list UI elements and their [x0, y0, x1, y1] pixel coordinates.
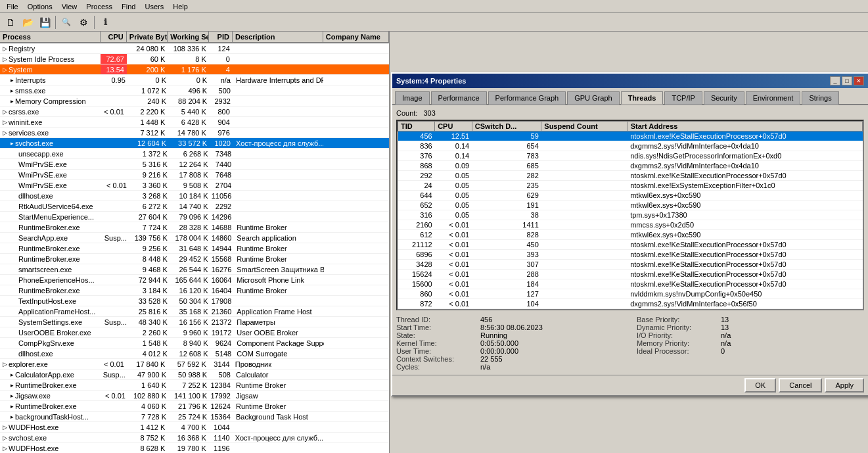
table-row[interactable]: ▸RuntimeBroker.exe4 060 K21 796 K12624Ru…: [0, 401, 389, 412]
thread-row[interactable]: 6440.05629mtkwl6ex.sys+0xc590: [398, 191, 863, 201]
table-row[interactable]: ▷WUDFHost.exe1 412 K4 700 K1044: [0, 422, 389, 433]
thread-row[interactable]: 612< 0.01828mtkwl6ex.sys+0xc590: [398, 230, 863, 240]
expand-icon[interactable]: ▷: [3, 66, 7, 73]
tab-performance[interactable]: Performance: [431, 91, 487, 105]
table-row[interactable]: WmiPrvSE.exe5 316 K12 264 K7440: [0, 159, 389, 170]
menu-file[interactable]: File: [3, 1, 22, 12]
tab-image[interactable]: Image: [395, 91, 430, 105]
table-row[interactable]: CompPkgSrv.exe1 548 K8 940 K9624Componen…: [0, 338, 389, 348]
menu-options[interactable]: Options: [24, 1, 57, 12]
table-row[interactable]: ▸smss.exe1 072 K496 K500: [0, 85, 389, 96]
expand-icon[interactable]: ▷: [3, 424, 7, 431]
toolbar-open[interactable]: 📂: [20, 15, 35, 30]
toolbar-find[interactable]: 🔍: [58, 15, 74, 30]
table-row[interactable]: ▸Jigsaw.exe< 0.01102 880 K141 100 K17992…: [0, 391, 389, 401]
table-row[interactable]: StartMenuExperience...27 604 K79 096 K14…: [0, 212, 389, 222]
threads-col-suspend-count[interactable]: Suspend Count: [541, 122, 628, 131]
tab-environment[interactable]: Environment: [746, 91, 801, 105]
table-row[interactable]: ▷WUDFHost.exe8 628 K19 780 K1196: [0, 443, 389, 453]
menu-help[interactable]: Help: [169, 1, 192, 12]
tab-security[interactable]: Security: [704, 91, 744, 105]
table-row[interactable]: ▸backgroundTaskHost...7 728 K25 724 K153…: [0, 412, 389, 422]
table-row[interactable]: ▷explorer.exe< 0.0117 840 K57 592 K3144П…: [0, 359, 389, 370]
table-row[interactable]: UserOOBE Broker.exe2 260 K9 960 K19172Us…: [0, 327, 389, 338]
th-description[interactable]: Description: [233, 32, 323, 42]
table-row[interactable]: WmiPrvSE.exe9 216 K17 808 K7648: [0, 170, 389, 180]
th-working-set[interactable]: Working Set: [168, 32, 209, 42]
expand-icon[interactable]: ▷: [3, 45, 7, 52]
table-row[interactable]: ▷Registry24 080 K108 336 K124: [0, 43, 389, 54]
dialog-minimize[interactable]: _: [830, 76, 840, 85]
table-row[interactable]: PhoneExperienceHos...72 944 K165 644 K16…: [0, 275, 389, 285]
thread-row[interactable]: 864< 0.0179nvlddmkm.sys!nvDumpConfig+0x5…: [398, 309, 863, 311]
menu-users[interactable]: Users: [141, 1, 168, 12]
table-row[interactable]: RuntimeBroker.exe3 184 K16 120 K16404Run…: [0, 285, 389, 296]
threads-col-cswitch-d...[interactable]: CSwitch D...: [472, 122, 541, 131]
toolbar-new[interactable]: 🗋: [3, 15, 18, 30]
menu-view[interactable]: View: [58, 1, 81, 12]
expand-icon[interactable]: ▸: [11, 414, 14, 420]
tab-tcp/ip[interactable]: TCP/IP: [664, 91, 702, 105]
thread-row[interactable]: 2160< 0.011411mmcss.sys+0x2d50: [398, 220, 863, 230]
thread-row[interactable]: 872< 0.01104dxgmms2.sys!VidMmInterface+0…: [398, 299, 863, 309]
table-row[interactable]: ▸Interrupts0.950 K0 Kn/aHardware Interru…: [0, 75, 389, 85]
expand-icon[interactable]: ▸: [11, 403, 14, 410]
menu-find[interactable]: Find: [118, 1, 139, 12]
table-row[interactable]: ▸Memory Compression240 K88 204 K2932: [0, 96, 389, 107]
thread-row[interactable]: 860< 0.01127nvlddmkm.sys!nvDumpConfig+0x…: [398, 289, 863, 299]
thread-row[interactable]: 240.05235ntoskrnl.exe!ExSystemExceptionF…: [398, 181, 863, 191]
tab-performance-graph[interactable]: Performance Graph: [488, 91, 566, 105]
th-private-bytes[interactable]: Private Bytes: [127, 32, 168, 42]
dialog-close[interactable]: ✕: [854, 76, 864, 85]
table-row[interactable]: ▷System Idle Process72.6760 K8 K0: [0, 54, 389, 64]
expand-icon[interactable]: ▷: [3, 361, 7, 368]
table-row[interactable]: RuntimeBroker.exe9 256 K31 648 K14944Run…: [0, 243, 389, 254]
expand-icon[interactable]: ▷: [3, 130, 7, 136]
expand-icon[interactable]: ▸: [11, 382, 14, 389]
table-row[interactable]: ▷System13.54200 K1 176 K4: [0, 64, 389, 75]
thread-row[interactable]: 6896< 0.01393ntoskrnl.exe!KeStallExecuti…: [398, 250, 863, 260]
toolbar-settings[interactable]: ⚙: [76, 15, 91, 30]
table-row[interactable]: RtkAudUService64.exe6 272 K14 740 K2292: [0, 201, 389, 212]
ok-button[interactable]: OK: [744, 378, 776, 393]
thread-row[interactable]: 15624< 0.01288ntoskrnl.exe!KeStallExecut…: [398, 270, 863, 279]
tab-threads[interactable]: Threads: [621, 91, 664, 105]
table-row[interactable]: unsecapp.exe1 372 K6 268 K7348: [0, 149, 389, 159]
threads-col-cpu[interactable]: CPU: [435, 122, 472, 131]
expand-icon[interactable]: ▸: [11, 140, 14, 147]
table-row[interactable]: smartscreen.exe9 468 K26 544 K16276Smart…: [0, 264, 389, 275]
expand-icon[interactable]: ▷: [3, 445, 7, 452]
table-row[interactable]: ▸RuntimeBroker.exe1 640 K7 252 K12384Run…: [0, 380, 389, 391]
threads-table-wrap[interactable]: TIDCPUCSwitch D...Suspend CountStart Add…: [396, 120, 864, 310]
table-row[interactable]: dllhost.exe4 012 K12 608 K5148COM Surrog…: [0, 348, 389, 359]
thread-row[interactable]: 6520.05191mtkwl6ex.sys+0xc590: [398, 201, 863, 210]
table-row[interactable]: RuntimeBroker.exe7 724 K28 328 K14688Run…: [0, 222, 389, 233]
table-row[interactable]: SystemSettings.exeSusp...48 340 K16 156 …: [0, 317, 389, 327]
expand-icon[interactable]: ▷: [3, 119, 7, 126]
thread-row[interactable]: 3428< 0.01307ntoskrnl.exe!KeStallExecuti…: [398, 260, 863, 270]
thread-row[interactable]: 21112< 0.01450ntoskrnl.exe!KeStallExecut…: [398, 240, 863, 250]
threads-col-start-address[interactable]: Start Address: [628, 122, 862, 131]
menu-process[interactable]: Process: [82, 1, 116, 12]
expand-icon[interactable]: ▷: [3, 56, 7, 62]
table-row[interactable]: ▷services.exe7 312 K14 780 K976: [0, 128, 389, 138]
tab-gpu-graph[interactable]: GPU Graph: [567, 91, 619, 105]
thread-row[interactable]: 8360.14654dxgmms2.sys!VidMmInterface+0x4…: [398, 141, 863, 151]
thread-row[interactable]: 15600< 0.01184ntoskrnl.exe!KeStallExecut…: [398, 279, 863, 289]
table-row[interactable]: TextInputHost.exe33 528 K50 304 K17908: [0, 296, 389, 306]
tab-strings[interactable]: Strings: [802, 91, 838, 105]
expand-icon[interactable]: ▸: [11, 98, 14, 105]
table-row[interactable]: ▸CalculatorApp.exeSusp...47 900 K50 988 …: [0, 370, 389, 380]
apply-button[interactable]: Apply: [825, 378, 864, 393]
cancel-button[interactable]: Cancel: [779, 378, 822, 393]
table-row[interactable]: RuntimeBroker.exe8 448 K29 452 K15568Run…: [0, 254, 389, 264]
expand-icon[interactable]: ▸: [11, 393, 14, 399]
dialog-maximize[interactable]: □: [842, 76, 852, 85]
table-row[interactable]: ▸svchost.exe12 604 K33 572 K1020Хост-про…: [0, 138, 389, 149]
toolbar-info[interactable]: ℹ: [97, 15, 113, 30]
expand-icon[interactable]: ▷: [3, 435, 7, 441]
expand-icon[interactable]: ▷: [3, 108, 7, 115]
thread-row[interactable]: 3160.0538tpm.sys+0x17380: [398, 210, 863, 220]
expand-icon[interactable]: ▸: [11, 77, 14, 83]
th-company[interactable]: Company Name: [323, 32, 389, 42]
